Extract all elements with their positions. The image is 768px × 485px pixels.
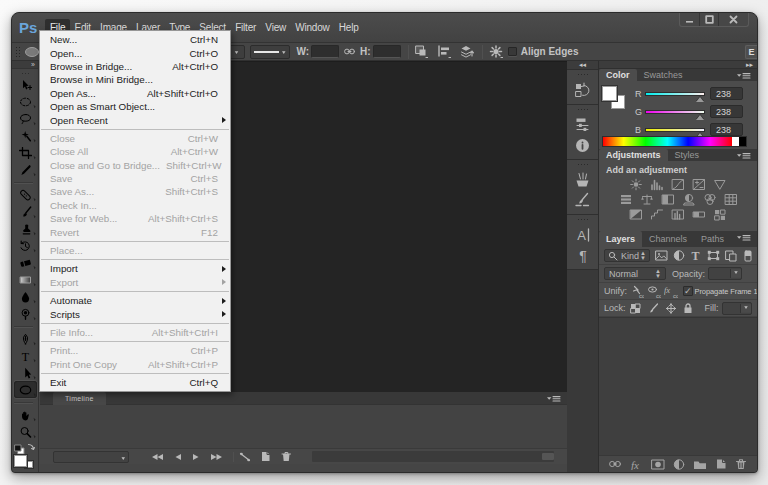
tool-pen[interactable] — [14, 330, 37, 347]
play-icon[interactable] — [187, 453, 205, 461]
adjustment-invert-icon[interactable] — [629, 208, 643, 221]
align-edges-checkbox[interactable] — [508, 47, 517, 56]
tool-quick-selection[interactable] — [14, 127, 37, 144]
propagate-checkbox[interactable]: ✓ — [683, 286, 693, 296]
close-button[interactable] — [718, 13, 748, 26]
channel-value-g[interactable]: 238 — [710, 105, 743, 118]
filter-image-icon[interactable] — [655, 250, 668, 261]
file-menu-item-file-info[interactable]: File Info...Alt+Shift+Ctrl+I — [40, 326, 230, 339]
panel-icon-brush-presets[interactable] — [572, 172, 594, 189]
layers-tab-channels[interactable]: Channels — [642, 231, 694, 247]
file-menu-item-save[interactable]: SaveCtrl+S — [40, 172, 230, 185]
file-menu-item-print[interactable]: Print...Ctrl+P — [40, 344, 230, 357]
file-menu-item-export[interactable]: Export — [40, 276, 230, 289]
dock-group-grip[interactable] — [577, 108, 588, 111]
tools-panel-grip[interactable] — [21, 72, 30, 75]
link-layers-icon[interactable] — [608, 459, 622, 469]
path-arrangement-button[interactable] — [459, 45, 474, 58]
opacity-dropdown[interactable]: ▾ — [708, 267, 742, 280]
dock-group-grip[interactable] — [577, 73, 588, 76]
tab-timeline[interactable]: Timeline — [53, 392, 106, 405]
tool-eraser[interactable] — [14, 254, 37, 271]
adjustment-threshold-icon[interactable] — [671, 208, 685, 221]
tool-dodge[interactable] — [14, 305, 37, 322]
filter-adjustment-icon[interactable] — [673, 250, 685, 261]
loop-options-dropdown[interactable]: ▾ — [53, 451, 129, 463]
menubar-item-view[interactable]: View — [261, 19, 291, 36]
timeline-panel-menu-icon[interactable] — [546, 395, 561, 403]
lock-transparency-icon[interactable] — [630, 303, 641, 314]
adjustment-color-balance-icon[interactable] — [640, 193, 654, 206]
convert-timeline-button[interactable] — [542, 453, 554, 460]
color-panel-menu-icon[interactable] — [736, 72, 751, 80]
color-tab-color[interactable]: Color — [599, 69, 637, 81]
tool-clone-stamp[interactable] — [14, 220, 37, 237]
delete-layer-icon[interactable] — [735, 458, 747, 470]
timeline-frames-area[interactable] — [40, 405, 567, 448]
adjustments-panel-menu-icon[interactable] — [736, 152, 751, 160]
panel-icon-history[interactable] — [572, 82, 594, 99]
file-menu-item-save-as[interactable]: Save As...Shift+Ctrl+S — [40, 185, 230, 198]
dock-collapse-arrows[interactable]: ◂◂ — [567, 61, 598, 70]
channel-value-r[interactable]: 238 — [710, 87, 743, 100]
adjustment-selective-color-icon[interactable] — [713, 208, 727, 221]
filter-type-icon[interactable]: T — [690, 250, 701, 261]
layers-tab-paths[interactable]: Paths — [694, 231, 731, 247]
tool-healing-brush[interactable] — [14, 186, 37, 203]
file-menu-item-open-recent[interactable]: Open Recent — [40, 113, 230, 126]
menubar-item-window[interactable]: Window — [291, 19, 335, 36]
maximize-button[interactable] — [699, 13, 718, 26]
tool-marquee[interactable] — [14, 93, 37, 110]
file-menu-item-import[interactable]: Import — [40, 262, 230, 275]
file-menu-item-new[interactable]: New...Ctrl+N — [40, 33, 230, 46]
file-menu-item-open-as-smart-object[interactable]: Open as Smart Object... — [40, 100, 230, 113]
file-menu-item-browse-in-bridge[interactable]: Browse in Bridge...Alt+Ctrl+O — [40, 60, 230, 73]
hue-spectrum[interactable] — [603, 137, 732, 146]
tools-panel-collapse[interactable]: » — [12, 61, 38, 69]
dock-group-grip[interactable] — [577, 218, 588, 221]
file-menu-item-place[interactable]: Place... — [40, 244, 230, 257]
tool-ellipse-shape[interactable] — [14, 381, 37, 398]
channel-value-b[interactable]: 238 — [710, 123, 743, 136]
panel-icon-info[interactable] — [572, 137, 594, 154]
lock-position-icon[interactable] — [665, 303, 677, 314]
layers-panel-menu-icon[interactable] — [736, 234, 751, 242]
adjustment-hue-saturation-icon[interactable] — [619, 193, 633, 206]
tool-move[interactable] — [14, 76, 37, 93]
file-menu-item-print-one-copy[interactable]: Print One CopyAlt+Shift+Ctrl+P — [40, 358, 230, 371]
adjustment-gradient-map-icon[interactable] — [692, 208, 706, 221]
foreground-color-well[interactable] — [602, 86, 617, 101]
link-dimensions-icon[interactable] — [343, 47, 356, 56]
file-menu-item-close-and-go-to-bridge[interactable]: Close and Go to Bridge...Shift+Ctrl+W — [40, 159, 230, 172]
adjustments-tab-adjustments[interactable]: Adjustments — [599, 149, 668, 161]
stroke-width-dropdown[interactable]: ▾ — [250, 45, 290, 59]
path-alignment-button[interactable] — [437, 45, 451, 58]
unify-style-icon[interactable]: fxco — [664, 285, 678, 298]
file-menu-item-automate[interactable]: Automate — [40, 294, 230, 307]
white-swatch[interactable] — [732, 137, 739, 146]
file-menu-item-open[interactable]: Open...Ctrl+O — [40, 46, 230, 59]
timeline-scroll-track[interactable] — [312, 451, 554, 462]
filter-smart-object-icon[interactable] — [725, 250, 737, 262]
tool-zoom[interactable] — [14, 423, 37, 440]
shape-height-input[interactable] — [373, 45, 401, 58]
workspace-button[interactable]: E — [745, 45, 757, 59]
adjustment-photo-filter-icon[interactable] — [682, 193, 696, 206]
color-tab-swatches[interactable]: Swatches — [637, 69, 690, 81]
layer-mask-icon[interactable] — [651, 459, 665, 470]
tool-type[interactable]: T — [14, 347, 37, 364]
minimize-button[interactable] — [680, 13, 699, 26]
adjustment-levels-icon[interactable] — [650, 178, 664, 191]
unify-position-icon[interactable]: co — [630, 285, 644, 298]
menubar-item-help[interactable]: Help — [334, 19, 363, 36]
adjustment-posterize-icon[interactable] — [650, 208, 664, 221]
adjustment-black-white-icon[interactable] — [661, 193, 675, 206]
slider-thumb[interactable] — [696, 97, 704, 102]
previous-frame-icon[interactable] — [169, 453, 187, 461]
panel-icon-clone-source[interactable] — [572, 192, 594, 209]
swap-colors-icon[interactable] — [26, 443, 35, 452]
tool-blur[interactable] — [14, 288, 37, 305]
file-menu-item-close[interactable]: CloseCtrl+W — [40, 132, 230, 145]
dock-group-grip[interactable] — [577, 163, 588, 166]
layer-style-fx-icon[interactable]: fx — [630, 459, 643, 470]
